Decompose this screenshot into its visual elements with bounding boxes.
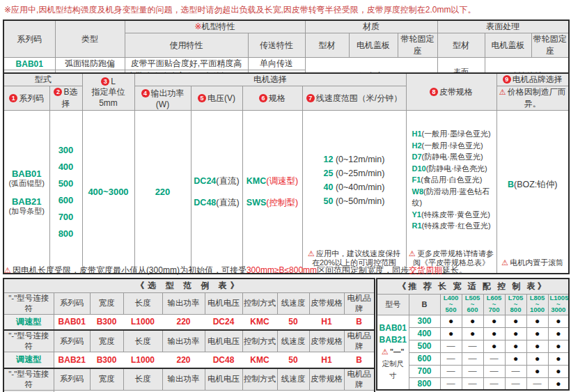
example-value: H1	[309, 352, 344, 368]
b-option: 400	[58, 159, 74, 175]
number-badge-9: 9	[503, 75, 511, 84]
header-length: 3L 指定单位5mm	[82, 73, 134, 111]
compat-cell: ●	[505, 327, 526, 340]
compat-cell: ●	[505, 352, 526, 365]
compat-cell: ●	[462, 315, 483, 327]
number-badge-1: 1	[9, 94, 17, 102]
compat-b-value: 500	[409, 340, 440, 352]
belt-note-line1: 更多皮带规格详情请参	[417, 249, 494, 258]
compat-cell: —	[462, 365, 483, 377]
compat-note-text: 定制尺寸	[382, 359, 405, 379]
header-voltage-label: 电压(V)	[208, 93, 235, 103]
series-option: BAB01	[12, 168, 42, 179]
example-header: 电机品牌	[344, 330, 375, 352]
compat-header-l4: L705~800	[505, 294, 526, 315]
compat-note-mark: "—"	[390, 347, 404, 356]
belt-option: H2	[412, 141, 422, 150]
compat-model: BAB01	[380, 323, 407, 333]
power-value: 220	[155, 187, 171, 197]
col-header-pulley2: 带轮固定座	[531, 33, 569, 58]
compat-cell: —	[483, 365, 505, 377]
compat-cell: ●	[526, 340, 548, 352]
warning-icon: ⚠	[4, 266, 11, 274]
header-brand-note: ⚠价格因制造厂而异。	[496, 86, 569, 111]
number-badge-3: 3	[101, 77, 109, 86]
l-range-value: 400~3000	[88, 187, 128, 197]
feature-prefix: ※	[194, 22, 201, 31]
cell-series: BAB01 (弧面辊型) BAB21 (加导条型)	[3, 111, 49, 274]
speed-option: 12	[324, 155, 334, 164]
example-value: 50	[277, 314, 309, 330]
series-transfer: 单向传送	[248, 58, 305, 70]
example-value: 220	[162, 314, 205, 330]
example-header-row: "-"型号连接符 系列码 宽度 长度 输出功率 电机电压 控制方式 线速度 皮带…	[3, 292, 375, 314]
compatibility-table: 《推 荐 长 宽 适 配 控 制 表》 型号 B L400~500 L505~6…	[376, 278, 570, 391]
cell-line-speed: 12 (0~12m/min) 25 (0~25m/min) 40 (0~40m/…	[302, 111, 406, 274]
compat-cell: ●	[526, 352, 548, 365]
compat-b-value: 800	[409, 377, 440, 390]
col-header-pulley: 带轮固定座	[398, 33, 437, 58]
model-selection-table: 型式 3L 指定单位5mm 电机选择 8皮带规格 9电机品牌选择 1系列码 2B…	[3, 72, 570, 274]
header-power-label: 输出功率(W)	[151, 88, 185, 109]
compat-cell: —	[462, 377, 483, 390]
top-usage-note: ※应用中,因机型结构强度及机身变型量的问题，选型时请勿超出负载及长宽,因皮带转弯…	[4, 4, 476, 16]
cell-voltage: DC24(直流) DC48(直流)	[191, 111, 242, 274]
series-type: 弧面辊防跑偏	[55, 58, 125, 70]
cell-l-range: 400~3000	[82, 111, 134, 274]
belt-option: H1	[412, 130, 422, 138]
belt-option-desc: (一般用·墨绿色亚光)	[422, 130, 491, 138]
col-header-profile2: 型材	[437, 33, 485, 58]
example-header: 线速度	[277, 330, 309, 352]
compat-header-l1: L400~500	[440, 294, 462, 315]
example-header: 线速度	[277, 368, 309, 391]
col-header-surface: 表面处理	[437, 20, 569, 33]
compat-cell: ●	[548, 377, 569, 390]
header-motor-brand: 9电机品牌选择	[496, 73, 569, 86]
example-header-row: "-"型号连接符 系列码 宽度 长度 输出功率 电机电压 控制方式 线速度 皮带…	[3, 330, 375, 352]
motor-note-text: 电机内置于滚筒	[510, 258, 563, 267]
brand-option-desc: (BOZ:铂仲)	[514, 180, 558, 189]
series-option-desc: (弧面辊型)	[9, 179, 45, 188]
example-header: 输出功率	[162, 368, 205, 391]
compat-cell: ●	[548, 365, 569, 377]
compat-header-b: B	[409, 294, 440, 315]
col-header-cover2: 电机盖板	[485, 33, 531, 58]
example-row-speed-adjust-1: 调速型 BAB01 B300 L1000 220 DC24 KMC 50 H1 …	[3, 314, 375, 330]
compat-cell: —	[462, 340, 483, 352]
example-value: BAB01	[54, 314, 90, 330]
example-header: 宽度	[90, 330, 123, 352]
header-form: 型式	[3, 73, 82, 86]
speed-option-desc: (0~50m/min)	[336, 196, 385, 206]
compat-cell: —	[440, 365, 462, 377]
brand-option: B	[508, 180, 514, 189]
example-header: 系列码	[54, 292, 90, 314]
cell-b-options: 300 400 500 600 700 800	[49, 111, 82, 274]
example-header: 线速度	[277, 292, 309, 314]
l-range-bottom: 700	[485, 307, 503, 313]
compat-b-value: 600	[409, 352, 440, 365]
compat-model-cell: BAB01 BAB21 ⚠"—" 定制尺寸	[377, 315, 409, 390]
belt-option: F1	[412, 175, 421, 184]
header-motor-group: 电机选择	[134, 73, 406, 86]
compat-row: BAB01 BAB21 ⚠"—" 定制尺寸 300 ● ● ● ● ● ●	[377, 315, 569, 327]
header-length-sub: 指定单位5mm	[92, 87, 125, 108]
example-header: 控制方式	[242, 292, 277, 314]
compat-cell: —	[505, 365, 526, 377]
compat-cell: ●	[483, 315, 505, 327]
number-badge-5: 5	[198, 94, 206, 102]
number-badge-2: 2	[54, 88, 62, 96]
example-value: B300	[90, 352, 123, 368]
warning-icon: ⚠	[409, 249, 416, 258]
b-option: 800	[58, 226, 74, 242]
spec-option: SWS	[247, 198, 266, 207]
compat-header-l6: L1005~3000	[548, 294, 569, 315]
limit-note-part1: 因电机长度受限，皮带宽度最小值从(300mm)为初始值，可接受	[13, 265, 247, 275]
limit-note-part3: 区间范围定制宽度，同步	[317, 265, 409, 275]
number-badge-6: 6	[259, 94, 267, 102]
example-header: 电机品牌	[344, 368, 375, 391]
example-header: 皮带规格	[309, 292, 344, 314]
example-header: 宽度	[90, 292, 123, 314]
compat-cell: ●	[526, 327, 548, 340]
speed-option: 25	[324, 168, 334, 178]
example-header: 系列码	[54, 368, 90, 391]
